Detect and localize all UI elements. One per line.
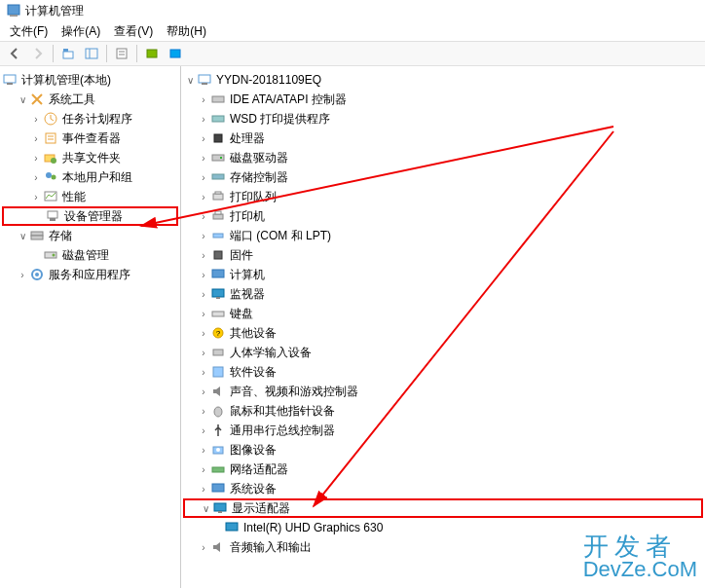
toolbar-help[interactable] [165, 43, 186, 64]
tree-local-users[interactable]: › 本地用户和组 [2, 167, 178, 187]
expand-icon[interactable]: › [197, 309, 210, 319]
dev-display-child[interactable]: Intel(R) UHD Graphics 630 [183, 518, 703, 537]
expand-icon[interactable]: › [197, 133, 210, 144]
collapse-icon[interactable]: ∨ [199, 503, 212, 514]
collapse-icon[interactable]: ∨ [16, 231, 29, 241]
tree-device-manager[interactable]: 设备管理器 [2, 206, 178, 226]
dev-storage[interactable]: ›存储控制器 [183, 167, 703, 187]
dev-computer[interactable]: ›计算机 [183, 265, 703, 284]
dev-audio[interactable]: ›音频输入和输出 [183, 537, 703, 557]
dev-monitor[interactable]: ›监视器 [183, 284, 703, 304]
expand-icon[interactable]: › [197, 464, 210, 475]
dev-root[interactable]: ∨ YYDN-20181109EQ [183, 70, 703, 90]
expand-icon[interactable]: › [197, 542, 210, 553]
tree-shared-folders[interactable]: › 共享文件夹 [2, 148, 178, 167]
toolbar-sep2 [106, 45, 107, 62]
expand-icon[interactable]: › [197, 445, 210, 456]
device-mgr-icon [45, 208, 60, 224]
svg-rect-38 [213, 194, 223, 200]
dev-imaging[interactable]: ›图像设备 [183, 440, 703, 459]
expand-icon[interactable]: › [197, 114, 210, 125]
toolbar-props[interactable] [111, 43, 132, 64]
tree-services[interactable]: › 服务和应用程序 [2, 265, 178, 284]
shared-icon [43, 150, 58, 165]
expand-icon[interactable]: › [197, 153, 210, 164]
tree-root[interactable]: 计算机管理(本地) [2, 70, 178, 90]
expand-icon[interactable]: › [29, 133, 43, 144]
dev-system[interactable]: ›系统设备 [183, 479, 703, 498]
dev-printer[interactable]: ›打印机 [183, 206, 703, 226]
expand-icon[interactable]: › [197, 386, 210, 397]
dev-wsd[interactable]: ›WSD 打印提供程序 [183, 109, 703, 129]
svg-point-18 [51, 158, 56, 164]
menu-help[interactable]: 帮助(H) [161, 21, 212, 41]
expand-icon[interactable]: › [197, 192, 210, 202]
expand-icon[interactable]: › [197, 270, 210, 280]
expand-icon[interactable]: › [197, 172, 210, 183]
expand-icon[interactable]: › [197, 211, 210, 222]
dev-usb[interactable]: ›通用串行总线控制器 [183, 421, 703, 440]
dev-network[interactable]: ›网络适配器 [183, 459, 703, 479]
toolbar-back[interactable] [4, 43, 25, 64]
expand-icon[interactable]: › [197, 406, 210, 417]
dev-other[interactable]: ›?其他设备 [183, 323, 703, 343]
svg-point-20 [52, 175, 56, 180]
menu-action[interactable]: 操作(A) [56, 21, 106, 41]
firmware-icon [210, 247, 226, 263]
dev-disk[interactable]: ›磁盘驱动器 [183, 148, 703, 167]
expand-icon[interactable]: › [197, 484, 210, 495]
expand-icon[interactable]: › [29, 114, 43, 125]
toolbar-refresh[interactable] [141, 43, 163, 64]
services-icon [29, 267, 45, 282]
toolbar [0, 41, 705, 66]
expand-icon[interactable]: › [197, 231, 210, 241]
dev-mouse[interactable]: ›鼠标和其他指针设备 [183, 401, 703, 421]
expand-icon[interactable]: › [197, 425, 210, 436]
dev-sound[interactable]: ›声音、视频和游戏控制器 [183, 382, 703, 401]
expand-icon[interactable]: › [29, 153, 43, 164]
tree-event-viewer[interactable]: › 事件查看器 [2, 129, 178, 148]
menu-bar: 文件(F) 操作(A) 查看(V) 帮助(H) [0, 21, 705, 41]
dev-firmware[interactable]: ›固件 [183, 245, 703, 265]
svg-rect-14 [46, 133, 56, 143]
dev-hid[interactable]: ›人体学输入设备 [183, 343, 703, 362]
menu-view[interactable]: 查看(V) [108, 21, 159, 41]
tree-storage[interactable]: ∨ 存储 [2, 226, 178, 245]
expand-icon[interactable]: › [197, 250, 210, 261]
expand-icon[interactable]: › [197, 328, 210, 339]
expand-icon[interactable]: › [29, 172, 43, 183]
svg-rect-3 [63, 49, 68, 52]
svg-rect-24 [31, 232, 43, 236]
expand-icon[interactable]: › [197, 289, 210, 300]
expand-icon[interactable]: › [197, 348, 210, 358]
dev-printq[interactable]: ›打印队列 [183, 187, 703, 206]
expand-icon[interactable]: › [197, 94, 210, 105]
collapse-icon[interactable]: ∨ [16, 94, 29, 105]
expand-icon[interactable]: › [16, 270, 29, 280]
dev-cpu-label: 处理器 [230, 130, 265, 147]
tree-task-scheduler[interactable]: › 任务计划程序 [2, 109, 178, 129]
dev-keyboard[interactable]: ›键盘 [183, 304, 703, 323]
menu-file[interactable]: 文件(F) [4, 21, 54, 41]
collapse-icon[interactable]: ∨ [183, 75, 197, 86]
toolbar-up[interactable] [57, 43, 79, 64]
toolbar-forward[interactable] [27, 43, 49, 64]
dev-ports[interactable]: ›端口 (COM 和 LPT) [183, 226, 703, 245]
dev-display-child-label: Intel(R) UHD Graphics 630 [243, 521, 383, 534]
monitor-icon [210, 286, 226, 302]
task-scheduler-label: 任务计划程序 [62, 111, 132, 128]
title-bar: 计算机管理 [0, 0, 705, 21]
svg-rect-33 [212, 116, 224, 122]
expand-icon[interactable]: › [197, 367, 210, 378]
toolbar-sep [53, 45, 54, 62]
tree-performance[interactable]: › 性能 [2, 187, 178, 206]
dev-display[interactable]: ∨显示适配器 [183, 498, 703, 518]
tree-disk-mgmt[interactable]: 磁盘管理 [2, 245, 178, 265]
dev-software[interactable]: ›软件设备 [183, 362, 703, 382]
cpu-icon [210, 130, 226, 146]
toolbar-panel[interactable] [81, 43, 102, 64]
dev-cpu[interactable]: ›处理器 [183, 129, 703, 148]
dev-ide[interactable]: ›IDE ATA/ATAPI 控制器 [183, 90, 703, 109]
expand-icon[interactable]: › [29, 192, 43, 202]
tree-system-tools[interactable]: ∨ 系统工具 [2, 90, 178, 109]
